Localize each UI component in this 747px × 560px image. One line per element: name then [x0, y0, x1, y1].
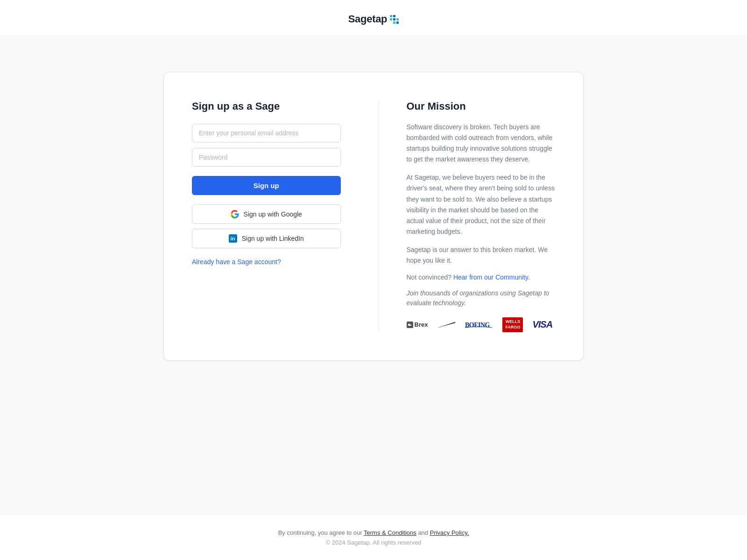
boeing-logo: BOEING: [465, 320, 493, 329]
footer: By continuing, you agree to our Terms & …: [0, 515, 747, 560]
google-signup-label: Sign up with Google: [244, 210, 302, 218]
google-signup-button[interactable]: Sign up with Google: [192, 204, 341, 224]
form-group: [192, 124, 341, 167]
terms-link[interactable]: Terms & Conditions: [364, 529, 416, 536]
logo-text: Sagetap: [348, 13, 387, 25]
email-field[interactable]: [192, 124, 341, 142]
linkedin-icon: in: [229, 234, 237, 243]
not-convinced-text: Not convinced? Hear from our Community.: [407, 273, 556, 281]
logo-dot: [396, 18, 399, 21]
logo-dot: [393, 18, 395, 21]
brex-icon: [407, 322, 413, 328]
community-link[interactable]: Hear from our Community.: [453, 273, 530, 281]
linkedin-signup-label: Sign up with LinkedIn: [242, 235, 304, 242]
mission-para-1: Software discovery is broken. Tech buyer…: [407, 122, 556, 165]
logo-dot: [390, 18, 392, 21]
signup-card: Sign up as a Sage Sign up Sign up with G…: [163, 72, 584, 361]
svg-rect-1: [408, 324, 410, 325]
visa-logo: VISA: [532, 319, 552, 330]
brex-logo: Brex: [407, 321, 428, 328]
google-icon: [231, 210, 239, 218]
brand-logos: Brex BOEING WELLSFARGO VISA: [407, 317, 556, 332]
mission-para-2: At Sagetap, we believe buyers need to be…: [407, 172, 556, 237]
wells-fargo-logo: WELLSFARGO: [502, 317, 523, 332]
logo-dot: [396, 21, 399, 24]
footer-consent: By continuing, you agree to our Terms & …: [0, 529, 747, 536]
logo-dot: [393, 21, 395, 24]
page-wrapper: Sign up as a Sage Sign up Sign up with G…: [0, 35, 747, 452]
right-panel: Our Mission Software discovery is broken…: [378, 100, 556, 332]
logo-dot: [396, 15, 399, 17]
privacy-link[interactable]: Privacy Policy.: [430, 529, 469, 536]
mission-title: Our Mission: [407, 100, 556, 112]
logo-dot: [393, 15, 395, 17]
mission-para-3: Sagetap is our answer to this broken mar…: [407, 245, 556, 266]
password-field[interactable]: [192, 148, 341, 167]
logo: Sagetap: [348, 13, 399, 25]
logo-dot: [390, 15, 392, 17]
logo-dots: [390, 15, 399, 24]
header: Sagetap: [0, 0, 747, 35]
join-text: Join thousands of organizations using Sa…: [407, 288, 556, 308]
signup-button[interactable]: Sign up: [192, 176, 341, 195]
nike-logo: [437, 321, 456, 329]
left-panel: Sign up as a Sage Sign up Sign up with G…: [192, 100, 341, 332]
logo-dot: [390, 21, 392, 24]
linkedin-signup-button[interactable]: in Sign up with LinkedIn: [192, 229, 341, 248]
svg-rect-2: [408, 325, 411, 326]
svg-text:BOEING: BOEING: [465, 322, 490, 329]
social-buttons: Sign up with Google in Sign up with Link…: [192, 204, 341, 248]
footer-copyright: © 2024 Sagetap. All rights reserved: [0, 539, 747, 546]
form-title: Sign up as a Sage: [192, 100, 341, 112]
already-account-link[interactable]: Already have a Sage account?: [192, 258, 281, 266]
